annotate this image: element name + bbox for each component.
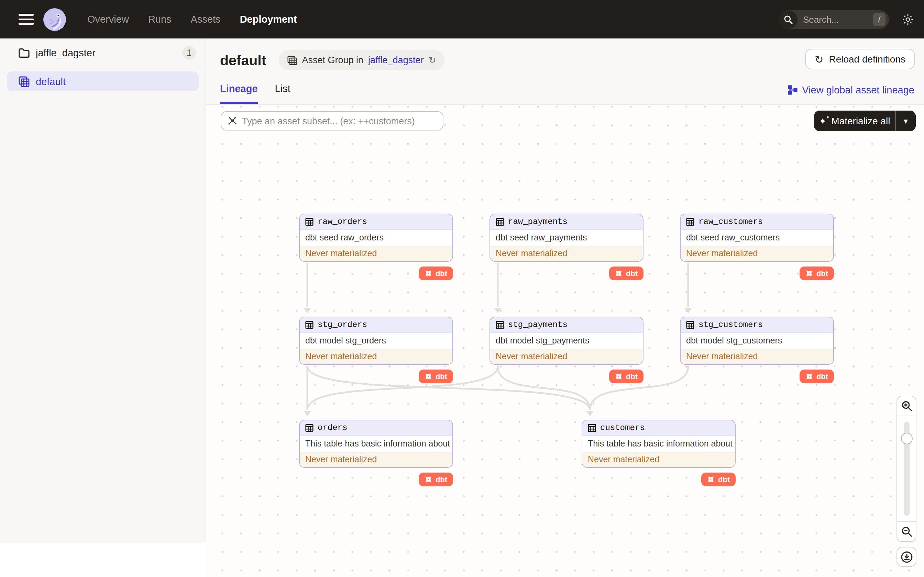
dbt-logo-icon — [425, 475, 433, 484]
asset-name: stg_orders — [318, 320, 367, 330]
asset-node-stg_payments[interactable]: stg_paymentsdbt model stg_paymentsNever … — [489, 317, 643, 365]
asset-node-raw_customers[interactable]: raw_customersdbt seed raw_customersNever… — [680, 214, 834, 262]
folder-icon — [19, 48, 29, 57]
asset-node-orders[interactable]: ordersThis table has basic information a… — [299, 420, 453, 468]
asset-group-icon — [19, 76, 29, 87]
table-icon — [305, 218, 313, 226]
dagster-logo-icon[interactable] — [43, 8, 66, 31]
reload-definitions-button[interactable]: ↻ Reload definitions — [805, 49, 915, 69]
asset-status: Never materialized — [300, 246, 452, 261]
asset-node-header: raw_orders — [300, 214, 452, 230]
search-input[interactable]: Search... / — [779, 10, 889, 29]
asset-description: dbt model stg_customers — [681, 333, 833, 349]
dagster-app: OverviewRunsAssetsDeployment Search... /… — [0, 0, 924, 577]
asset-status: Never materialized — [681, 246, 833, 261]
asset-status: Never materialized — [490, 349, 643, 364]
compute-kind-badge-dbt: dbt — [800, 369, 834, 383]
asset-status: Never materialized — [582, 452, 735, 467]
asset-status: Never materialized — [300, 452, 452, 467]
zoom-out-button[interactable] — [897, 522, 916, 541]
asset-node-raw_orders[interactable]: raw_ordersdbt seed raw_ordersNever mater… — [299, 214, 453, 262]
asset-name: orders — [318, 423, 347, 433]
menu-icon[interactable] — [19, 14, 34, 25]
settings-gear-icon[interactable] — [901, 13, 914, 26]
nav-item-assets[interactable]: Assets — [191, 14, 221, 25]
zoom-slider-handle[interactable] — [901, 433, 912, 445]
asset-description: This table has basic information about .… — [300, 436, 452, 452]
asset-name: stg_payments — [508, 320, 567, 330]
compute-kind-badge-dbt: dbt — [419, 472, 453, 486]
asset-description: dbt model stg_orders — [300, 333, 452, 349]
refresh-icon[interactable]: ↻ — [429, 56, 436, 64]
search-placeholder: Search... — [803, 14, 873, 24]
asset-status: Never materialized — [490, 246, 643, 261]
lineage-canvas[interactable]: raw_ordersdbt seed raw_ordersNever mater… — [206, 105, 924, 577]
nav-item-runs[interactable]: Runs — [148, 14, 171, 25]
group-label: default — [36, 76, 66, 87]
asset-group-badge: Asset Group in jaffle_dagster ↻ — [278, 50, 445, 70]
compute-kind-badge-dbt: dbt — [609, 266, 643, 280]
table-icon — [686, 218, 695, 226]
asset-subset-input[interactable]: Type an asset subset... (ex: ++customers… — [221, 111, 443, 131]
materialize-all-button[interactable]: ✦ Materialize all ▼ — [814, 111, 916, 131]
code-location-link[interactable]: jaffle_dagster — [368, 55, 424, 65]
compute-kind-badge-dbt: dbt — [800, 266, 834, 280]
lineage-graph-icon — [788, 85, 797, 95]
view-global-asset-lineage-link[interactable]: View global asset lineage — [788, 84, 914, 95]
zoom-controls — [897, 396, 916, 542]
compute-kind-badge-dbt: dbt — [609, 369, 643, 383]
dbt-logo-icon — [425, 269, 433, 277]
badge-prefix: Asset Group in — [302, 55, 363, 65]
asset-node-header: raw_customers — [681, 214, 833, 230]
sidebar-item-group-default[interactable]: default — [7, 71, 199, 91]
asset-node-header: orders — [300, 421, 452, 436]
asset-node-customers[interactable]: customersThis table has basic informatio… — [582, 420, 736, 468]
search-shortcut-key: / — [873, 13, 885, 26]
nav-item-overview[interactable]: Overview — [87, 14, 129, 25]
asset-subset-placeholder: Type an asset subset... (ex: ++customers… — [242, 116, 415, 126]
table-icon — [496, 218, 504, 226]
asset-node-stg_customers[interactable]: stg_customersdbt model stg_customersNeve… — [680, 317, 834, 365]
reload-icon: ↻ — [815, 54, 823, 64]
tab-list[interactable]: List — [275, 83, 291, 104]
download-image-button[interactable] — [897, 547, 916, 567]
top-nav: OverviewRunsAssetsDeployment Search... / — [0, 0, 924, 39]
table-icon — [588, 424, 596, 432]
page-title: default — [220, 52, 266, 68]
zoom-slider[interactable] — [897, 416, 916, 522]
tab-lineage[interactable]: Lineage — [220, 83, 258, 104]
asset-description: dbt seed raw_customers — [681, 230, 833, 246]
asset-status: Never materialized — [300, 349, 452, 364]
table-icon — [496, 321, 504, 329]
asset-name: raw_customers — [698, 217, 763, 227]
sidebar: jaffle_dagster 1 default jaffle_dagster … — [0, 39, 206, 543]
asset-node-raw_payments[interactable]: raw_paymentsdbt seed raw_paymentsNever m… — [489, 214, 643, 262]
dbt-logo-icon — [805, 372, 814, 380]
compute-kind-badge-dbt: dbt — [701, 472, 736, 486]
search-icon — [779, 10, 798, 29]
materialize-dropdown-caret[interactable]: ▼ — [895, 111, 916, 131]
sidebar-item-code-location[interactable]: jaffle_dagster 1 — [0, 39, 205, 67]
dbt-logo-icon — [615, 372, 623, 380]
table-icon — [305, 321, 313, 329]
asset-selection-icon — [228, 116, 237, 126]
asset-node-header: stg_customers — [681, 318, 833, 333]
table-icon — [288, 55, 297, 65]
asset-name: raw_payments — [508, 217, 567, 227]
asset-description: dbt seed raw_payments — [490, 230, 643, 246]
asset-status: Never materialized — [681, 349, 833, 364]
dbt-logo-icon — [707, 475, 716, 484]
asset-node-header: stg_orders — [300, 318, 452, 333]
compute-kind-badge-dbt: dbt — [419, 266, 453, 280]
nav-item-deployment[interactable]: Deployment — [240, 14, 297, 25]
asset-name: raw_orders — [318, 217, 367, 227]
dbt-logo-icon — [425, 372, 433, 380]
asset-node-stg_orders[interactable]: stg_ordersdbt model stg_ordersNever mate… — [299, 317, 453, 365]
table-icon — [686, 321, 695, 329]
asset-name: stg_customers — [698, 320, 763, 330]
zoom-in-button[interactable] — [897, 396, 916, 416]
tab-bar: Lineage List — [220, 83, 291, 104]
sparkle-icon: ✦ — [819, 116, 827, 125]
asset-description: This table has basic information about .… — [582, 436, 735, 452]
asset-node-header: stg_payments — [490, 318, 643, 333]
